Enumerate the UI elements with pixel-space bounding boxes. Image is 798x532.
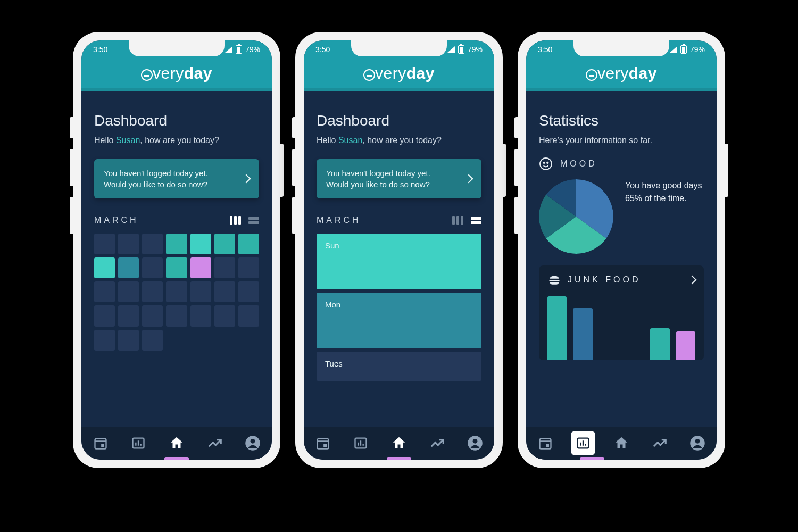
list-view-toggle[interactable] bbox=[471, 217, 481, 224]
nav-profile[interactable] bbox=[240, 431, 265, 455]
calendar-cell[interactable] bbox=[118, 281, 139, 302]
calendar-cell[interactable] bbox=[238, 305, 259, 326]
status-battery: 79% bbox=[468, 45, 483, 54]
nav-calendar[interactable] bbox=[88, 431, 113, 455]
calendar-cell[interactable] bbox=[142, 257, 163, 278]
calendar-cell[interactable] bbox=[142, 305, 163, 326]
grid-view-toggle[interactable] bbox=[452, 216, 463, 225]
svg-point-30 bbox=[695, 439, 700, 444]
calendar-cell[interactable] bbox=[118, 305, 139, 326]
calendar-cell[interactable] bbox=[190, 305, 211, 326]
brand-logo: veryday bbox=[141, 64, 212, 82]
burger-icon bbox=[547, 273, 561, 287]
bar bbox=[650, 328, 669, 360]
greeting: Hello Susan, how are you today? bbox=[317, 136, 481, 145]
mood-summary: You have good days 65% of the time. bbox=[625, 179, 704, 205]
calendar-grid[interactable] bbox=[94, 234, 259, 351]
user-name: Susan bbox=[116, 136, 140, 145]
nav-calendar[interactable] bbox=[533, 431, 558, 455]
calendar-cell[interactable] bbox=[190, 281, 211, 302]
calendar-cell[interactable] bbox=[238, 234, 259, 254]
day-row[interactable]: Tues bbox=[317, 352, 481, 381]
calendar-cell[interactable] bbox=[166, 234, 187, 254]
calendar-cell[interactable] bbox=[214, 234, 235, 254]
day-row[interactable]: Mon bbox=[317, 293, 481, 348]
chevron-right-icon bbox=[242, 174, 251, 184]
svg-point-8 bbox=[251, 439, 255, 444]
page-title: Dashboard bbox=[317, 112, 481, 129]
calendar-cell[interactable] bbox=[166, 281, 187, 302]
svg-point-20 bbox=[547, 162, 548, 163]
junk-food-panel[interactable]: JUNK FOOD bbox=[539, 265, 704, 360]
status-battery: 79% bbox=[690, 45, 705, 54]
junk-food-label: JUNK FOOD bbox=[568, 275, 641, 285]
log-prompt-banner[interactable]: You haven't logged today yet.Would you l… bbox=[317, 159, 481, 198]
calendar-cell[interactable] bbox=[142, 281, 163, 302]
calendar-cell[interactable] bbox=[94, 257, 115, 278]
status-time: 3:50 bbox=[93, 45, 107, 54]
nav-profile[interactable] bbox=[463, 431, 487, 455]
page-title: Dashboard bbox=[94, 112, 259, 129]
app-header: veryday bbox=[304, 59, 494, 91]
nav-home[interactable] bbox=[164, 431, 189, 455]
list-view-toggle[interactable] bbox=[248, 217, 259, 224]
calendar-cell[interactable] bbox=[94, 281, 115, 302]
svg-rect-21 bbox=[549, 280, 560, 281]
chevron-right-icon bbox=[464, 174, 473, 184]
svg-rect-23 bbox=[546, 444, 549, 447]
page-title: Statistics bbox=[539, 112, 704, 129]
calendar-cell[interactable] bbox=[142, 330, 163, 351]
chevron-right-icon bbox=[688, 276, 697, 285]
svg-rect-10 bbox=[323, 444, 327, 447]
nav-trends[interactable] bbox=[425, 431, 450, 455]
calendar-cell[interactable] bbox=[94, 330, 115, 351]
svg-rect-9 bbox=[317, 439, 328, 449]
calendar-cell[interactable] bbox=[118, 234, 139, 254]
log-prompt-banner[interactable]: You haven't logged today yet.Would you l… bbox=[94, 159, 259, 198]
bar bbox=[547, 296, 567, 360]
brand-logo: veryday bbox=[586, 64, 657, 82]
calendar-cell[interactable] bbox=[142, 234, 163, 254]
nav-bar bbox=[304, 427, 494, 460]
calendar-cell[interactable] bbox=[190, 257, 211, 278]
calendar-cell[interactable] bbox=[190, 234, 211, 254]
nav-trends[interactable] bbox=[203, 431, 227, 455]
nav-stats[interactable] bbox=[348, 431, 373, 455]
calendar-list[interactable]: SunMonTues bbox=[317, 234, 481, 381]
grid-view-toggle[interactable] bbox=[230, 216, 241, 225]
calendar-cell[interactable] bbox=[214, 281, 235, 302]
nav-calendar[interactable] bbox=[311, 431, 335, 455]
svg-rect-1 bbox=[101, 444, 104, 447]
nav-stats[interactable] bbox=[126, 431, 151, 455]
calendar-cell[interactable] bbox=[238, 257, 259, 278]
brand-logo: veryday bbox=[363, 64, 435, 82]
svg-rect-0 bbox=[95, 439, 106, 449]
calendar-cell[interactable] bbox=[94, 305, 115, 326]
svg-rect-22 bbox=[539, 439, 551, 449]
nav-bar bbox=[81, 427, 272, 460]
nav-profile[interactable] bbox=[685, 431, 710, 455]
nav-bar bbox=[526, 427, 717, 460]
calendar-cell[interactable] bbox=[118, 330, 139, 351]
calendar-cell[interactable] bbox=[214, 257, 235, 278]
month-label: MARCH bbox=[94, 215, 139, 225]
bar bbox=[676, 331, 695, 360]
nav-trends[interactable] bbox=[647, 431, 672, 455]
calendar-cell[interactable] bbox=[214, 305, 235, 326]
status-time: 3:50 bbox=[538, 45, 552, 54]
svg-point-19 bbox=[544, 162, 545, 163]
battery-icon bbox=[458, 45, 464, 54]
mood-label: MOOD bbox=[560, 159, 597, 169]
calendar-cell[interactable] bbox=[166, 305, 187, 326]
nav-home[interactable] bbox=[387, 431, 411, 455]
calendar-cell[interactable] bbox=[94, 234, 115, 254]
battery-icon bbox=[236, 45, 242, 54]
nav-home[interactable] bbox=[609, 431, 634, 455]
calendar-cell[interactable] bbox=[118, 257, 139, 278]
day-row[interactable]: Sun bbox=[317, 234, 481, 289]
nav-stats[interactable] bbox=[571, 431, 595, 455]
calendar-cell[interactable] bbox=[166, 257, 187, 278]
stats-subtitle: Here's your information so far. bbox=[539, 136, 704, 145]
status-battery: 79% bbox=[245, 45, 260, 54]
calendar-cell[interactable] bbox=[238, 281, 259, 302]
